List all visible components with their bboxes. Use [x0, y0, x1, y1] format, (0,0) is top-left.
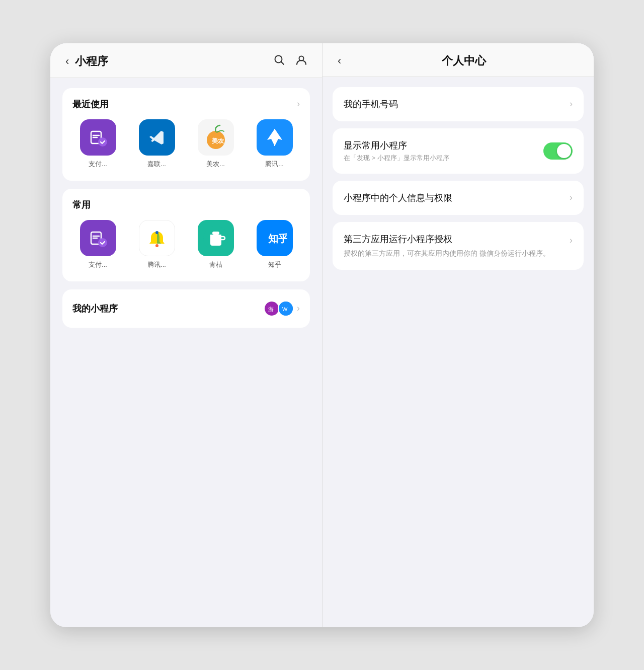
user-icon: [296, 54, 307, 65]
recent-card-header: 最近使用 ›: [72, 98, 300, 110]
zhihu-label: 知乎: [268, 260, 281, 269]
svg-line-1: [281, 61, 284, 64]
phone-number-label: 我的手机号码: [344, 98, 398, 110]
toggle-row-content: 显示常用小程序 在「发现 > 小程序」显示常用小程序: [344, 139, 449, 163]
frequent-app-zhifu[interactable]: 支付...: [72, 220, 123, 269]
zhifu-svg: [87, 126, 109, 148]
frequent-card-header: 常用: [72, 199, 300, 211]
zhifu-icon: [80, 119, 116, 156]
tencent-icon: [257, 119, 293, 156]
my-miniprograms-title: 我的小程序: [72, 303, 118, 315]
left-back-button[interactable]: ‹: [64, 54, 70, 69]
tencent-svg: [262, 125, 287, 150]
my-chevron: ›: [297, 303, 300, 314]
right-panel: ‹ 个人中心 我的手机号码 › 显示常用小程序 在「发现 > 小程: [323, 43, 594, 627]
recent-card: 最近使用 ›: [62, 88, 310, 181]
toggle-card: 显示常用小程序 在「发现 > 小程序」显示常用小程序: [333, 128, 584, 174]
privacy-card: 小程序中的个人信息与权限 ›: [333, 181, 584, 215]
my-miniprograms-card[interactable]: 我的小程序 游: [62, 289, 310, 328]
meinong-label: 美农...: [206, 160, 225, 169]
phone-number-chevron: ›: [570, 99, 573, 109]
recent-app-meinong[interactable]: 美农 美农...: [190, 119, 241, 169]
right-content: 我的手机号码 › 显示常用小程序 在「发现 > 小程序」显示常用小程序: [323, 77, 594, 287]
thirdparty-chevron: ›: [570, 235, 573, 246]
left-header-icons: [273, 53, 308, 69]
thirdparty-label: 第三方应用运行小程序授权: [344, 233, 570, 245]
svg-point-11: [155, 231, 158, 234]
svg-point-4: [98, 137, 107, 146]
svg-text:W: W: [282, 306, 288, 312]
frequent-app-tencent2[interactable]: 腾讯...: [131, 220, 182, 269]
jialian-label: 嘉联...: [147, 160, 166, 169]
privacy-chevron: ›: [570, 192, 573, 203]
qingju-icon: [198, 220, 234, 256]
recent-chevron: ›: [297, 99, 300, 109]
privacy-row[interactable]: 小程序中的个人信息与权限 ›: [333, 181, 584, 215]
my-card-right: 游 W ›: [264, 301, 300, 317]
zhifu-label: 支付...: [89, 160, 107, 169]
recent-app-zhifu[interactable]: 支付...: [72, 119, 123, 169]
frequent-card: 常用: [62, 189, 310, 281]
svg-point-10: [155, 244, 158, 247]
search-icon: [274, 54, 285, 65]
thirdparty-row[interactable]: 第三方应用运行小程序授权 授权的第三方应用，可在其应用内使用你的 微信身份运行小…: [333, 222, 584, 270]
svg-text:美农: 美农: [211, 137, 224, 144]
frequent-title: 常用: [72, 199, 91, 211]
left-panel: ‹ 小程序: [50, 43, 322, 627]
frequent-app-qingju[interactable]: 青桔: [190, 220, 241, 269]
tencent2-label: 腾讯...: [147, 260, 166, 269]
phone-number-card: 我的手机号码 ›: [333, 87, 584, 121]
right-back-button[interactable]: ‹: [337, 53, 342, 68]
svg-text:游: 游: [268, 306, 274, 312]
frequent-app-grid: 支付...: [72, 220, 300, 269]
recent-app-grid: 支付... 嘉联...: [72, 119, 300, 169]
left-panel-title: 小程序: [75, 54, 108, 69]
show-frequent-label: 显示常用小程序: [344, 139, 449, 152]
jialian-icon: [139, 119, 175, 156]
svg-text:知乎: 知乎: [268, 233, 287, 244]
show-frequent-sublabel: 在「发现 > 小程序」显示常用小程序: [344, 154, 449, 163]
frequent-app-zhihu[interactable]: 知乎 知乎: [249, 220, 300, 269]
zhihu-icon: 知乎: [257, 220, 293, 256]
jialian-svg: [146, 126, 168, 148]
thirdparty-card: 第三方应用运行小程序授权 授权的第三方应用，可在其应用内使用你的 微信身份运行小…: [333, 222, 584, 270]
qingju-label: 青桔: [209, 260, 222, 269]
zhifu2-label: 支付...: [89, 260, 107, 269]
user-button[interactable]: [295, 53, 308, 69]
recent-title: 最近使用: [72, 98, 109, 110]
recent-app-tencent[interactable]: 腾讯...: [249, 119, 300, 169]
device-frame: ‹ 小程序: [50, 43, 594, 627]
meinong-icon: 美农: [198, 119, 234, 156]
svg-rect-13: [212, 232, 219, 235]
mini-avatars: 游 W: [264, 301, 294, 317]
right-header: ‹ 个人中心: [323, 43, 594, 77]
right-panel-title: 个人中心: [348, 53, 580, 68]
toggle-row[interactable]: 显示常用小程序 在「发现 > 小程序」显示常用小程序: [333, 128, 584, 174]
svg-point-8: [98, 238, 107, 247]
tencent-label: 腾讯...: [265, 160, 284, 169]
tencent2-icon: [139, 220, 175, 256]
recent-app-jialian[interactable]: 嘉联...: [131, 119, 182, 169]
thirdparty-row-content: 第三方应用运行小程序授权 授权的第三方应用，可在其应用内使用你的 微信身份运行小…: [344, 233, 570, 259]
left-header: ‹ 小程序: [50, 43, 322, 78]
thirdparty-sublabel: 授权的第三方应用，可在其应用内使用你的 微信身份运行小程序。: [344, 248, 570, 259]
search-button[interactable]: [273, 53, 286, 69]
show-frequent-toggle[interactable]: [543, 142, 573, 160]
mini-av-2: W: [278, 301, 294, 317]
meinong-svg: 美农: [201, 122, 231, 153]
privacy-label: 小程序中的个人信息与权限: [344, 192, 452, 204]
phone-number-row[interactable]: 我的手机号码 ›: [333, 87, 584, 121]
left-content: 最近使用 ›: [50, 78, 322, 338]
zhifu2-icon: [80, 220, 116, 256]
